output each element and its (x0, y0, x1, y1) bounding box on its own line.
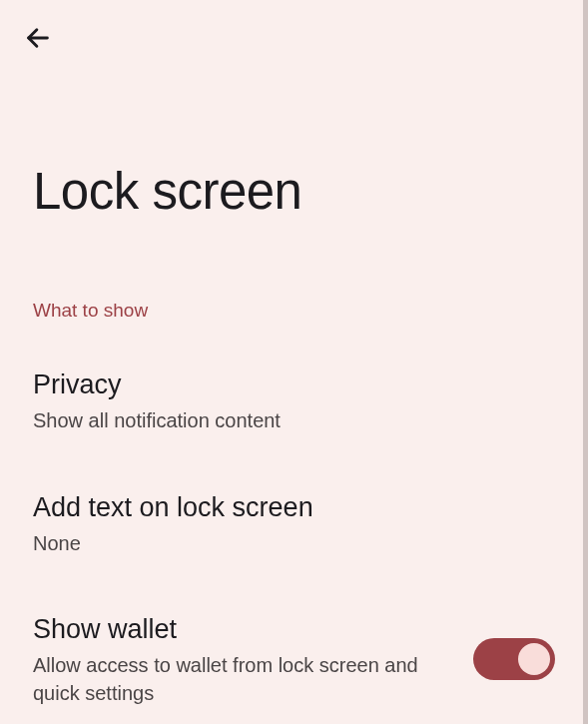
setting-show-wallet-subtitle: Allow access to wallet from lock screen … (33, 651, 463, 707)
setting-show-wallet-content: Show wallet Allow access to wallet from … (33, 614, 463, 707)
page-title: Lock screen (33, 162, 301, 221)
scrollbar[interactable] (583, 0, 588, 724)
section-header-what-to-show: What to show (33, 300, 148, 322)
setting-show-wallet[interactable]: Show wallet Allow access to wallet from … (33, 614, 555, 707)
back-button[interactable] (20, 20, 56, 56)
setting-add-text-subtitle: None (33, 529, 555, 557)
setting-privacy-subtitle: Show all notification content (33, 406, 555, 434)
setting-add-text-title: Add text on lock screen (33, 492, 555, 523)
show-wallet-toggle[interactable] (473, 638, 555, 680)
setting-show-wallet-title: Show wallet (33, 614, 463, 645)
setting-privacy[interactable]: Privacy Show all notification content (33, 369, 555, 434)
setting-privacy-title: Privacy (33, 369, 555, 400)
back-arrow-icon (24, 24, 52, 52)
setting-add-text[interactable]: Add text on lock screen None (33, 492, 555, 557)
toggle-thumb (518, 643, 550, 675)
